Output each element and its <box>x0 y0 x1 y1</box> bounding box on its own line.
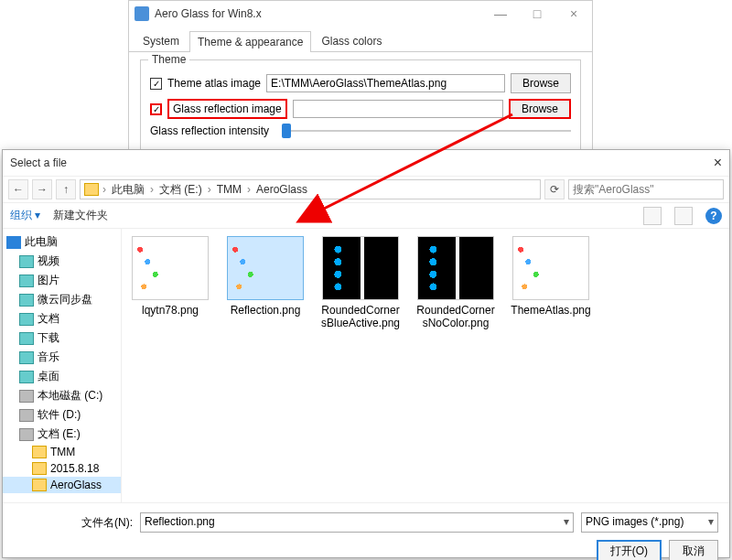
folder-tree: 此电脑视频图片微云同步盘文档下载音乐桌面本地磁盘 (C:)软件 (D:)文档 (… <box>3 229 122 502</box>
file-area: lqytn78.pngReflection.pngRoundedCornersB… <box>122 229 729 502</box>
file-item[interactable]: RoundedCornersBlueActive.png <box>319 236 402 330</box>
dialog-titlebar: Select a file × <box>3 150 729 176</box>
tree-label: TMM <box>50 446 75 458</box>
tree-item[interactable]: 音乐 <box>3 348 121 367</box>
tree-item[interactable]: 本地磁盘 (C:) <box>3 386 121 405</box>
breadcrumb[interactable]: 此电脑 <box>110 182 146 198</box>
tree-icon <box>19 313 34 326</box>
tree-label: 微云同步盘 <box>38 292 92 307</box>
file-thumbnail <box>322 236 399 300</box>
tree-label: 音乐 <box>38 350 59 365</box>
tree-icon <box>32 479 47 491</box>
file-item[interactable]: ThemeAtlas.png <box>510 236 592 317</box>
tree-icon <box>19 428 34 441</box>
nav-forward-button[interactable]: → <box>32 179 52 199</box>
file-name: lqytn78.png <box>129 304 211 317</box>
tree-icon <box>19 351 34 364</box>
toolbar: 组织 ▾ 新建文件夹 ? <box>3 203 729 229</box>
dialog-title: Select a file <box>10 156 714 169</box>
tree-icon <box>32 462 47 475</box>
open-button[interactable]: 打开(O) <box>597 540 662 560</box>
atlas-path-input[interactable] <box>266 74 505 92</box>
file-thumbnail <box>227 236 304 300</box>
reflection-label: Glass reflection image <box>167 99 287 119</box>
dialog-close-button[interactable]: × <box>714 155 722 171</box>
cancel-button[interactable]: 取消 <box>669 540 718 560</box>
tab-system[interactable]: System <box>135 30 188 51</box>
tree-item[interactable]: TMM <box>3 444 121 460</box>
breadcrumb[interactable]: 文档 (E:) <box>157 182 204 198</box>
organize-button[interactable]: 组织 ▾ <box>10 208 40 223</box>
tree-label: AeroGlass <box>50 479 102 491</box>
atlas-label: Theme atlas image <box>167 77 261 90</box>
tree-icon <box>19 409 34 422</box>
file-item[interactable]: RoundedCornersNoColor.png <box>414 236 497 330</box>
tree-item[interactable]: 下载 <box>3 328 121 348</box>
atlas-browse-button[interactable]: Browse <box>511 73 571 93</box>
filter-dropdown[interactable]: PNG images (*.png) <box>581 512 718 533</box>
view-icon[interactable] <box>643 207 662 225</box>
file-item[interactable]: Reflection.png <box>224 236 307 317</box>
file-name: RoundedCornersBlueActive.png <box>319 304 402 330</box>
app-icon <box>135 6 149 21</box>
tree-item[interactable]: 图片 <box>3 271 121 290</box>
new-folder-button[interactable]: 新建文件夹 <box>53 208 108 223</box>
tab-theme-appearance[interactable]: Theme & appearance <box>189 31 311 52</box>
filename-label: 文件名(N): <box>14 515 133 531</box>
minimize-button[interactable]: — <box>482 1 519 27</box>
tree-item[interactable]: 文档 (E:) <box>3 425 121 444</box>
tree-item[interactable]: 2015.8.18 <box>3 460 121 477</box>
tree-item[interactable]: 文档 <box>3 309 121 328</box>
tree-item[interactable]: 软件 (D:) <box>3 405 121 425</box>
intensity-slider[interactable] <box>282 130 571 132</box>
tree-item[interactable]: 微云同步盘 <box>3 290 121 309</box>
maximize-button[interactable]: □ <box>519 1 555 27</box>
nav-bar: ← → ↑ › 此电脑› 文档 (E:)› TMM› AeroGlass ⟳ <box>3 176 729 203</box>
atlas-checkbox[interactable]: ✓ <box>150 78 162 90</box>
file-item[interactable]: lqytn78.png <box>129 236 211 317</box>
folder-icon <box>84 183 99 196</box>
dialog-bottom: 文件名(N): Reflection.png PNG images (*.png… <box>3 502 729 560</box>
close-button[interactable]: × <box>555 1 592 27</box>
tree-icon <box>6 236 21 249</box>
tree-label: 文档 (E:) <box>38 426 81 442</box>
aero-glass-window: Aero Glass for Win8.x — □ × System Theme… <box>128 0 593 159</box>
tree-item[interactable]: AeroGlass <box>3 477 121 493</box>
tree-label: 2015.8.18 <box>50 462 99 475</box>
tree-label: 下载 <box>38 330 59 346</box>
help-icon[interactable]: ? <box>705 208 722 224</box>
group-title: Theme <box>148 53 189 66</box>
file-open-dialog: Select a file × ← → ↑ › 此电脑› 文档 (E:)› TM… <box>2 149 730 558</box>
search-input[interactable] <box>568 179 724 199</box>
file-name: ThemeAtlas.png <box>510 304 592 317</box>
theme-group: Theme ✓ Theme atlas image Browse ✓ Glass… <box>140 59 581 151</box>
reflection-path-input[interactable] <box>293 100 503 118</box>
tree-icon <box>19 275 34 287</box>
tree-icon <box>19 332 34 345</box>
tab-glass-colors[interactable]: Glass colors <box>313 30 390 51</box>
tree-label: 桌面 <box>38 369 59 384</box>
refresh-button[interactable]: ⟳ <box>544 179 565 199</box>
filename-input[interactable]: Reflection.png <box>140 512 574 533</box>
tree-item[interactable]: 桌面 <box>3 367 121 386</box>
nav-up-button[interactable]: ↑ <box>56 179 76 199</box>
tree-item[interactable]: 此电脑 <box>3 232 121 252</box>
nav-back-button[interactable]: ← <box>8 179 28 199</box>
address-bar[interactable]: › 此电脑› 文档 (E:)› TMM› AeroGlass <box>80 179 541 199</box>
preview-icon[interactable] <box>674 207 693 225</box>
tree-label: 本地磁盘 (C:) <box>38 388 102 404</box>
file-name: Reflection.png <box>224 304 307 317</box>
tree-icon <box>19 255 34 268</box>
tree-label: 视频 <box>38 253 59 269</box>
tree-icon <box>19 294 34 307</box>
tree-label: 文档 <box>38 311 59 327</box>
breadcrumb[interactable]: AeroGlass <box>254 183 309 196</box>
tree-label: 图片 <box>38 273 59 288</box>
tree-label: 软件 (D:) <box>38 407 81 423</box>
tree-icon <box>19 371 34 383</box>
tree-item[interactable]: 视频 <box>3 252 121 271</box>
reflection-browse-button[interactable]: Browse <box>509 99 571 119</box>
aero-titlebar: Aero Glass for Win8.x — □ × <box>129 1 592 27</box>
breadcrumb[interactable]: TMM <box>215 183 243 196</box>
reflection-checkbox[interactable]: ✓ <box>150 103 162 115</box>
